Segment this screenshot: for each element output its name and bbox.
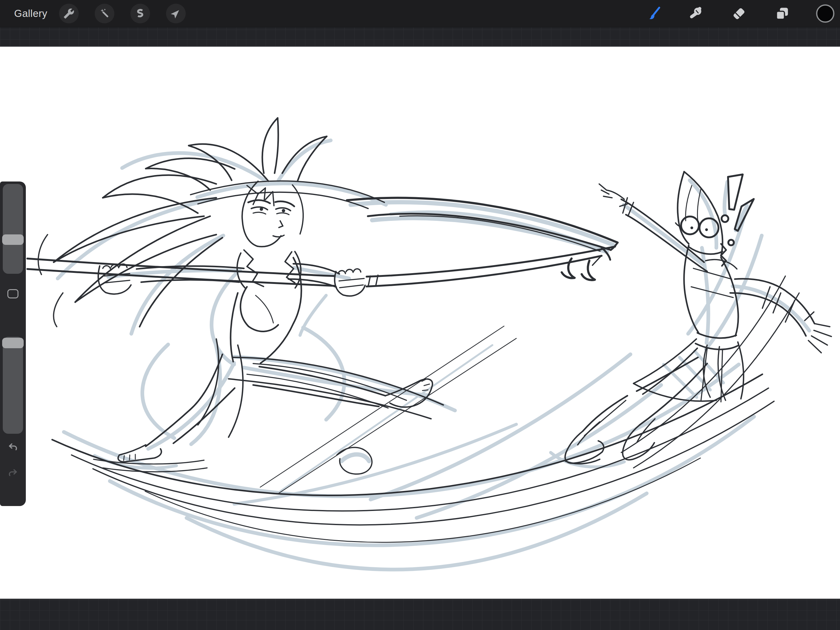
erase-tool-button[interactable] [731,6,747,22]
move-arrow-icon [171,8,182,19]
selection-s-icon [135,8,146,19]
artwork-sketch [0,47,840,598]
layers-button[interactable] [774,6,790,22]
opacity-handle[interactable] [2,338,24,348]
layers-icon [774,6,790,22]
redo-button[interactable] [7,467,19,478]
transform-button[interactable] [166,4,186,24]
undo-arrow-icon [7,442,19,453]
smudge-tool-button[interactable] [688,6,704,22]
top-toolbar: Gallery [0,0,840,27]
gallery-button[interactable]: Gallery [14,0,47,27]
paintbrush-icon [645,6,662,22]
brush-size-handle[interactable] [2,234,24,245]
drawing-canvas[interactable] [0,46,840,599]
redo-arrow-icon [7,467,19,478]
color-button[interactable] [815,4,835,24]
color-swatch-circle [815,4,835,24]
wrench-icon [63,8,74,19]
opacity-slider[interactable] [3,337,23,434]
adjustments-button[interactable] [95,4,114,24]
actions-button[interactable] [59,4,79,24]
procreate-app: { "topbar": { "gallery_label": "Gallery"… [0,0,840,630]
undo-button[interactable] [7,442,19,453]
paint-tool-button[interactable] [645,6,662,22]
smudge-finger-icon [688,6,704,22]
eraser-icon [731,6,747,22]
brush-sidebar [0,182,26,506]
brush-size-slider[interactable] [3,184,23,274]
magic-wand-icon [99,8,110,19]
modify-button[interactable] [7,289,19,298]
selection-button[interactable] [130,4,150,24]
